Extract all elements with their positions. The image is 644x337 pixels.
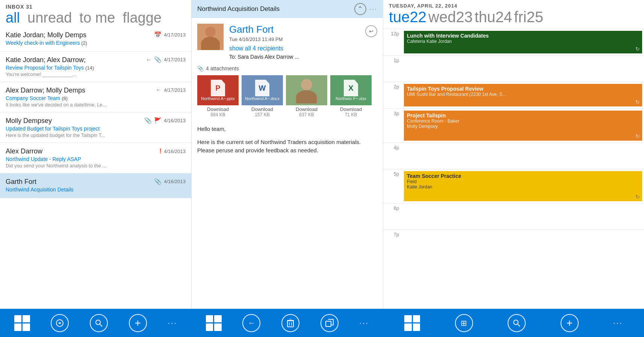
search-button[interactable] [90,314,108,332]
attachment-photo[interactable]: Download 637 KB [286,75,327,117]
apps-button[interactable] [206,315,222,331]
subject: Northwind Update - Reply ASAP [6,156,186,162]
inbox-header: INBOX 31 all unread to me flagge [0,0,191,27]
time-content: Team Soccer Practice Field Katie Jordan … [402,169,644,203]
attachments-section: 📎 4 attachments P Northwind A~.pptx Down… [192,65,383,121]
collapse-button[interactable]: ⌃ [354,3,366,15]
download-label-docx[interactable]: Download [251,106,273,112]
attach-size-photo: 637 KB [299,112,314,117]
preview: Here is the updated budget for the Tails… [6,132,186,138]
attach-size-xlsx: 71 KB [345,112,357,117]
calendar-body: 12p Lunch with Interview Candidates Cafe… [383,29,644,309]
reply-button[interactable]: ↩ [365,25,377,37]
event-location: Conference Room - Baker [407,118,639,124]
sender: Alex Darrow; Molly Demps [6,87,156,94]
xlsx-icon: X [344,80,358,96]
event-organizer: Molly Dempsey [407,124,639,129]
body-greeting: Hello team, [197,125,377,134]
calendar-toolbar: ⊞ + ··· [383,309,644,337]
cal-day-wed23[interactable]: wed23 [428,9,473,26]
apps-button[interactable] [404,315,420,331]
add-button[interactable]: + [561,314,579,332]
preview: Did you send your Northwind analysis to … [6,163,186,168]
attachment-pptx[interactable]: P Northwind A~.pptx Download 884 KB [197,75,239,117]
sender-info: Garth Fort Tue 4/16/2013 11:49 PM [229,24,365,42]
time-content [402,56,644,82]
time-row-3p: 3p Project Tailspin Conference Room - Ba… [383,108,644,143]
apps-button[interactable] [14,315,30,331]
list-item[interactable]: Alex Darrow ! 4/16/2013 Northwind Update… [0,143,191,173]
sender: Alex Darrow [6,147,159,155]
time-grid: 12p Lunch with Interview Candidates Cafe… [383,29,644,256]
svg-line-10 [518,324,520,326]
time-label: 6p [383,203,402,229]
calendar-panel: TUESDAY, APRIL 22, 2014 tue22 wed23 thu2… [383,0,644,309]
move-button[interactable] [320,314,339,332]
delete-button[interactable] [281,314,299,332]
more-button[interactable]: ··· [359,319,369,327]
tab-tome[interactable]: to me [79,11,115,25]
sender: Garth Fort [6,178,154,186]
item-header: Garth Fort 📎 4/16/2013 [6,178,186,186]
more-button[interactable]: ··· [168,319,177,327]
inbox-toolbar: + ··· [0,309,192,337]
event-soccer[interactable]: Team Soccer Practice Field Katie Jordan … [404,171,642,201]
subject: Northwind Acquisition Details [6,187,186,193]
event-location: Field [407,179,639,184]
item-header: Katie Jordan; Alex Darrow; ← 📎 4/17/2013 [6,56,186,64]
add-button[interactable]: + [129,314,147,332]
sender-avatar [197,24,224,50]
time-content: Tailspin Toys Proposal Review UMI Sushi … [402,82,644,108]
calc-button[interactable]: ⊞ [455,314,473,332]
tab-all[interactable]: all [6,11,20,25]
cal-day-tue22[interactable]: tue22 [389,9,426,26]
more-button[interactable]: ··· [613,319,623,327]
list-item[interactable]: Katie Jordan; Alex Darrow; ← 📎 4/17/2013… [0,52,191,82]
list-item[interactable]: Garth Fort 📎 4/16/2013 Northwind Acquisi… [0,173,191,198]
attachment-docx[interactable]: W Northwind A~.docx Download 157 KB [242,75,283,117]
list-item[interactable]: Molly Dempsey 📎 🚩 4/16/2013 Updated Budg… [0,112,191,143]
list-item[interactable]: Katie Jordan; Molly Demps 📅 4/17/2013 We… [0,27,191,52]
cal-day-fri25[interactable]: fri25 [514,9,543,26]
list-item[interactable]: Alex Darrow; Molly Demps ← 4/17/2013 Com… [0,82,191,112]
refresh-icon: ↻ [635,46,640,52]
svg-point-1 [96,320,100,325]
paperclip-icon: 📎 [197,65,204,71]
attach-filename-xlsx: Northwin F~.xlsx [334,96,367,101]
email-header-bar: Northwind Acquisition Details ⌃ ··· [192,0,383,18]
cal-day-thu24[interactable]: thu24 [475,9,512,26]
count: (14) [85,65,94,71]
search-button[interactable] [508,314,526,332]
sender: Katie Jordan; Alex Darrow; [6,56,146,64]
attachments-grid: P Northwind A~.pptx Download 884 KB W No… [197,75,377,117]
tab-unread[interactable]: unread [27,11,72,25]
more-options-button[interactable]: ··· [369,5,377,13]
time-label: 4p [383,143,402,169]
calendar-date-label: TUESDAY, APRIL 22, 2014 [389,3,638,9]
attach-size-pptx: 884 KB [210,112,225,117]
reply-icon: ← [146,56,152,63]
time-label: 5p [383,169,402,203]
event-location: UMI Sushi Bar and Restaurant (2230 1st A… [407,92,639,97]
subject: Company Soccer Team (8) [6,95,186,101]
show-recipients-link[interactable]: show all 4 recipients [229,45,377,52]
tab-flagged[interactable]: flagge [122,11,162,25]
inbox-folder-button[interactable] [51,314,69,332]
download-label-xlsx[interactable]: Download [340,106,362,112]
event-lunch[interactable]: Lunch with Interview Candidates Cafeteri… [404,31,642,53]
calendar-icon: 📅 [154,31,162,38]
download-label-pptx[interactable]: Download [207,106,229,112]
recipients-to: To: Sara Davis Alex Darrow ... [229,54,377,60]
event-title: Team Soccer Practice [407,173,639,179]
event-tailspin-review[interactable]: Tailspin Toys Proposal Review UMI Sushi … [404,84,642,106]
email-header-title: Northwind Acquisition Details [197,5,280,13]
event-project-tailspin[interactable]: Project Tailspin Conference Room - Baker… [404,111,642,141]
subject: Weekly check-in with Engineers (2) [6,40,186,46]
email-toolbar: ← ··· [192,309,383,337]
back-button[interactable]: ← [242,314,260,332]
download-label-photo[interactable]: Download [296,106,317,112]
email-sender-area: Garth Fort Tue 4/16/2013 11:49 PM ↩ show… [192,18,383,65]
item-header: Molly Dempsey 📎 🚩 4/16/2013 [6,117,186,125]
refresh-icon: ↻ [635,194,640,200]
attachment-xlsx[interactable]: X Northwin F~.xlsx Download 71 KB [330,75,372,117]
